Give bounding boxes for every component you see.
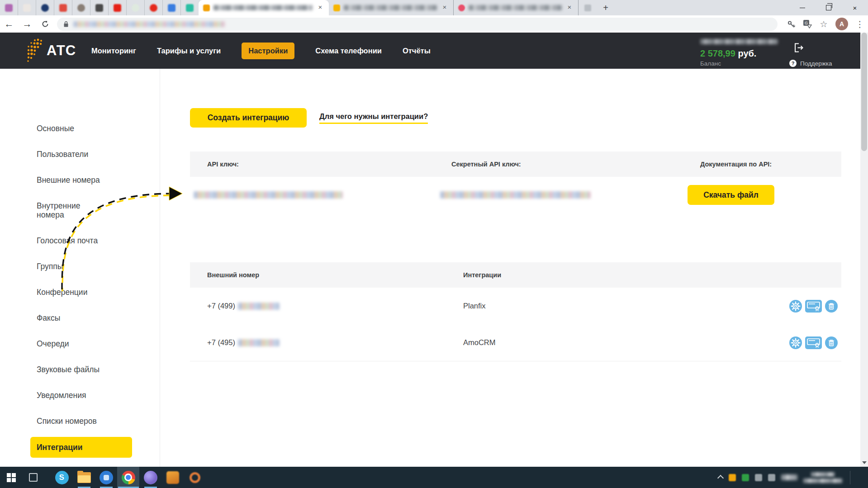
sidebar-item-osnovnye[interactable]: Основные [37,124,160,133]
translate-icon[interactable]: G [799,16,816,32]
taskbar-app-chrome[interactable] [117,467,139,488]
balance-amount: 2 578,99 руб. [700,48,778,59]
taskbar-app-purple[interactable] [139,467,161,488]
license-card-icon[interactable] [805,336,822,349]
tray-icon[interactable] [755,474,762,481]
tab-favicon [584,5,591,11]
sidebar-item-spiski-nomerov[interactable]: Списки номеров [37,417,160,426]
sidebar-item-gruppy[interactable]: Группы [37,262,160,271]
license-card-icon[interactable] [805,300,822,313]
sidebar-item-ocheredi[interactable]: Очереди [37,339,160,348]
arrowhead [169,187,182,200]
window-restore-button[interactable] [816,0,842,15]
tab-favicon [203,5,210,11]
new-tab-button[interactable]: + [599,1,612,14]
nav-reports[interactable]: Отчёты [403,47,431,55]
delete-trash-icon[interactable] [825,300,838,313]
settings-gear-icon[interactable] [789,336,802,349]
pinned-tab[interactable] [18,0,36,15]
show-desktop-button[interactable] [856,467,861,488]
support-link[interactable]: ? Поддержка [789,60,832,67]
sidebar-item-integracii-active[interactable]: Интеграции [30,437,132,458]
tab-close-icon[interactable]: × [565,4,574,12]
why-integrations-link[interactable]: Для чего нужны интеграции? [319,112,428,124]
windows-start-icon [7,473,16,482]
bookmark-star-icon[interactable]: ☆ [816,16,832,32]
tab-close-icon[interactable]: × [316,4,324,12]
taskbar-clock[interactable] [803,472,842,483]
taskbar-app-blue[interactable] [95,467,117,488]
scrollbar-down-arrow[interactable] [862,461,867,464]
purple-app-icon [144,471,157,484]
pinned-tab[interactable] [127,0,145,15]
pinned-tab-icon [114,4,121,12]
taskbar-app-orange[interactable] [161,467,184,488]
browser-tab[interactable]: × [329,0,454,15]
sidebar-item-polzovateli[interactable]: Пользователи [37,150,160,159]
window-minimize-button[interactable] [789,0,816,15]
window-close-button[interactable]: × [842,0,868,15]
nav-settings[interactable]: Настройки [242,43,294,59]
download-file-button[interactable]: Скачать файл [688,185,774,205]
tray-icon[interactable] [768,474,775,481]
tray-expand-icon[interactable] [717,475,724,481]
pinned-tab[interactable] [181,0,199,15]
browser-profile-avatar[interactable]: A [835,18,848,30]
reload-icon[interactable] [36,16,54,32]
pinned-tab[interactable] [72,0,90,15]
browser-tab-active[interactable]: × [199,0,329,15]
url-text-redacted [73,21,225,27]
sidebar-item-uvedomleniya[interactable]: Уведомления [37,391,160,400]
row-actions [789,336,838,349]
back-icon[interactable]: ← [0,16,18,32]
settings-gear-icon[interactable] [789,300,802,313]
api-secret-label: Секретный API ключ: [451,152,521,177]
taskbar-app-ring[interactable] [184,467,206,488]
sidebar-item-vneshnie-nomera[interactable]: Внешние номера [37,175,160,185]
sidebar-item-zvukovye-fajly[interactable]: Звуковые файлы [37,365,160,374]
sidebar-item-vnutrennie-nomera[interactable]: Внутренние номера [37,201,89,219]
browser-tab-collapsed[interactable] [579,0,597,15]
table-row: +7 (495) AmoCRM [190,324,841,361]
nav-monitoring[interactable]: Мониторинг [91,47,136,55]
start-button[interactable] [0,467,22,488]
browser-menu-icon[interactable]: ⋮ [852,16,868,32]
pinned-tab[interactable] [54,0,72,15]
support-label: Поддержка [800,60,832,67]
browser-tab[interactable]: × [454,0,579,15]
pinned-tab[interactable] [36,0,54,15]
logout-icon[interactable] [792,42,805,56]
nav-tariffs[interactable]: Тарифы и услуги [157,47,221,55]
external-number-cell: +7 (499) [207,288,280,324]
atc-logo[interactable]: АТС [25,37,76,64]
pinned-tab[interactable] [0,0,18,15]
delete-trash-icon[interactable] [825,336,838,349]
api-values-row: Скачать файл [190,177,841,218]
time-redacted [811,472,835,477]
pinned-tabs [0,0,199,15]
taskbar-app-skype[interactable]: S [51,467,73,488]
sidebar-item-golosovaya-pochta[interactable]: Голосовая почта [37,236,160,245]
pinned-tab[interactable] [90,0,109,15]
task-view-button[interactable] [22,467,44,488]
pinned-tab[interactable] [109,0,127,15]
pinned-tab-icon [77,4,85,12]
page-scrollbar[interactable] [860,33,868,467]
tray-icon-orange[interactable] [729,474,736,481]
create-integration-button[interactable]: Создать интеграцию [190,108,307,128]
pinned-tab[interactable] [145,0,163,15]
sidebar-item-faksy[interactable]: Факсы [37,313,160,322]
sidebar-item-konferencii[interactable]: Конференции [37,288,160,297]
pinned-tab[interactable] [163,0,181,15]
forward-icon[interactable]: → [18,16,36,32]
scrollbar-thumb[interactable] [861,33,867,151]
password-key-icon[interactable] [783,16,799,32]
taskbar-app-explorer[interactable] [73,467,95,488]
tab-close-icon[interactable]: × [441,4,449,12]
url-bar[interactable] [57,18,778,31]
nav-telephony-scheme[interactable]: Схема телефонии [315,47,382,55]
language-indicator-redacted[interactable] [781,474,797,480]
pinned-tab-icon [41,4,49,12]
number-redacted [238,339,280,346]
tray-icon-green[interactable] [742,474,749,481]
